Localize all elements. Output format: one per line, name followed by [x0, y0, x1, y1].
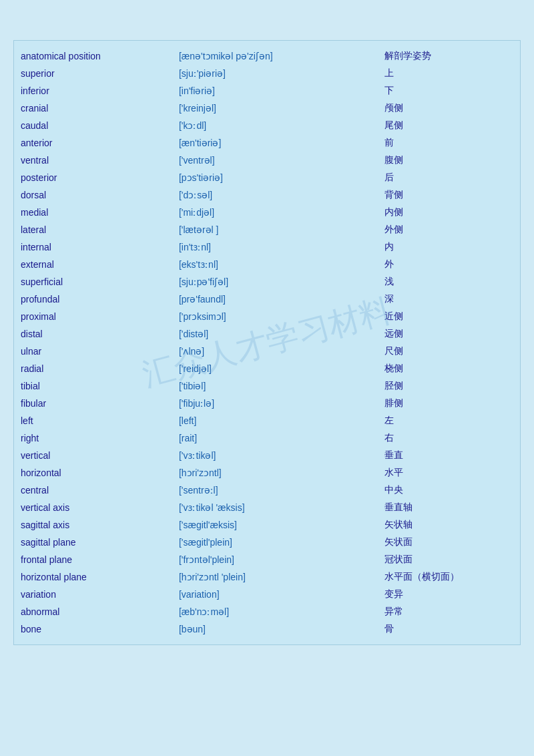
- phonetic-transcription: [in'fiəriə]: [172, 82, 378, 100]
- phonetic-transcription: [sjuː'piəriə]: [172, 65, 378, 82]
- english-word: ulnar: [14, 343, 172, 360]
- table-row: lateral['lætərəl ]外侧: [14, 221, 520, 238]
- chinese-translation: 浅: [378, 273, 520, 291]
- table-row: anatomical position[ænə'tɔmikəl pə'ziʃən…: [14, 47, 520, 65]
- chinese-translation: 背侧: [378, 186, 520, 204]
- phonetic-transcription: ['vɜːtikəl]: [172, 447, 378, 464]
- table-row: proximal['prɔksimɔl]近侧: [14, 308, 520, 325]
- table-row: superior[sjuː'piəriə]上: [14, 65, 520, 82]
- table-row: sagittal axis['sægitl'æksis]矢状轴: [14, 516, 520, 534]
- phonetic-transcription: [ænə'tɔmikəl pə'ziʃən]: [172, 47, 378, 65]
- table-row: radial['reidjəl]桡侧: [14, 360, 520, 377]
- table-row: tibial['tibiəl]胫侧: [14, 377, 520, 395]
- chinese-translation: 内: [378, 238, 520, 256]
- table-row: dorsal['dɔːsəl]背侧: [14, 186, 520, 204]
- phonetic-transcription: ['lætərəl ]: [172, 221, 378, 238]
- table-row: ulnar['ʌlnə]尺侧: [14, 343, 520, 360]
- table-row: inferior[in'fiəriə]下: [14, 82, 520, 100]
- english-word: anatomical position: [14, 47, 172, 65]
- table-row: cranial['kreinjəl]颅侧: [14, 100, 520, 117]
- chinese-translation: 上: [378, 65, 520, 82]
- chinese-translation: 尾侧: [378, 117, 520, 134]
- chinese-translation: 矢状轴: [378, 516, 520, 534]
- chinese-translation: 垂直: [378, 447, 520, 464]
- english-word: tibial: [14, 377, 172, 395]
- chinese-translation: 尺侧: [378, 343, 520, 360]
- english-word: inferior: [14, 82, 172, 100]
- phonetic-transcription: [hɔri'zɔntl 'plein]: [172, 568, 378, 586]
- english-word: lateral: [14, 221, 172, 238]
- english-word: horizontal plane: [14, 568, 172, 586]
- table-row: distal['distəl]远侧: [14, 325, 520, 343]
- english-word: proximal: [14, 308, 172, 325]
- phonetic-transcription: [æn'tiəriə]: [172, 134, 378, 152]
- table-row: external[eks'tɜːnl]外: [14, 256, 520, 273]
- table-row: left[left]左: [14, 412, 520, 429]
- chinese-translation: 腓侧: [378, 395, 520, 412]
- phonetic-transcription: ['dɔːsəl]: [172, 186, 378, 204]
- table-row: horizontal plane[hɔri'zɔntl 'plein]水平面（横…: [14, 568, 520, 586]
- phonetic-transcription: ['vɜːtikəl 'æksis]: [172, 499, 378, 516]
- english-word: caudal: [14, 117, 172, 134]
- phonetic-transcription: [sjuːpə'fiʃəl]: [172, 273, 378, 291]
- chinese-translation: 异常: [378, 603, 520, 620]
- chinese-translation: 外: [378, 256, 520, 273]
- english-word: vertical: [14, 447, 172, 464]
- phonetic-transcription: [bəun]: [172, 620, 378, 638]
- table-row: vertical axis['vɜːtikəl 'æksis]垂直轴: [14, 499, 520, 516]
- phonetic-transcription: ['frɔntəl'plein]: [172, 551, 378, 568]
- chinese-translation: 外侧: [378, 221, 520, 238]
- chinese-translation: 变异: [378, 586, 520, 603]
- chinese-translation: 胫侧: [378, 377, 520, 395]
- table-row: superficial[sjuːpə'fiʃəl]浅: [14, 273, 520, 291]
- english-word: sagittal plane: [14, 534, 172, 551]
- table-row: ventral['ventrəl]腹侧: [14, 152, 520, 169]
- chinese-translation: 中央: [378, 482, 520, 499]
- english-word: distal: [14, 325, 172, 343]
- english-word: abnormal: [14, 603, 172, 620]
- table-row: frontal plane['frɔntəl'plein]冠状面: [14, 551, 520, 568]
- phonetic-transcription: ['prɔksimɔl]: [172, 308, 378, 325]
- english-word: left: [14, 412, 172, 429]
- phonetic-transcription: ['sægitl'æksis]: [172, 516, 378, 534]
- phonetic-transcription: ['kɔːdl]: [172, 117, 378, 134]
- phonetic-transcription: ['sægitl'plein]: [172, 534, 378, 551]
- table-row: anterior[æn'tiəriə]前: [14, 134, 520, 152]
- chinese-translation: 远侧: [378, 325, 520, 343]
- table-wrapper: 汇众人才学习材料 anatomical position[ænə'tɔmikəl…: [14, 47, 520, 638]
- phonetic-transcription: [eks'tɜːnl]: [172, 256, 378, 273]
- english-word: bone: [14, 620, 172, 638]
- table-row: abnormal[æb'nɔːməl]异常: [14, 603, 520, 620]
- chinese-translation: 右: [378, 429, 520, 447]
- english-word: internal: [14, 238, 172, 256]
- table-row: bone[bəun]骨: [14, 620, 520, 638]
- table-row: caudal['kɔːdl]尾侧: [14, 117, 520, 134]
- english-word: sagittal axis: [14, 516, 172, 534]
- phonetic-transcription: ['reidjəl]: [172, 360, 378, 377]
- table-row: vertical['vɜːtikəl]垂直: [14, 447, 520, 464]
- english-word: superior: [14, 65, 172, 82]
- phonetic-transcription: [prə'faundl]: [172, 291, 378, 308]
- phonetic-transcription: ['miːdjəl]: [172, 204, 378, 221]
- table-row: right[rait]右: [14, 429, 520, 447]
- phonetic-transcription: ['distəl]: [172, 325, 378, 343]
- phonetic-transcription: [left]: [172, 412, 378, 429]
- chinese-translation: 垂直轴: [378, 499, 520, 516]
- phonetic-transcription: [æb'nɔːməl]: [172, 603, 378, 620]
- chinese-translation: 矢状面: [378, 534, 520, 551]
- english-word: anterior: [14, 134, 172, 152]
- english-word: superficial: [14, 273, 172, 291]
- chinese-translation: 桡侧: [378, 360, 520, 377]
- english-word: variation: [14, 586, 172, 603]
- chinese-translation: 骨: [378, 620, 520, 638]
- chinese-translation: 腹侧: [378, 152, 520, 169]
- table-row: fibular['fibjuːlə]腓侧: [14, 395, 520, 412]
- phonetic-transcription: ['fibjuːlə]: [172, 395, 378, 412]
- chinese-translation: 左: [378, 412, 520, 429]
- english-word: vertical axis: [14, 499, 172, 516]
- table-row: sagittal plane['sægitl'plein]矢状面: [14, 534, 520, 551]
- table-row: internal[in'tɜːnl]内: [14, 238, 520, 256]
- main-container: 汇众人才学习材料 anatomical position[ænə'tɔmikəl…: [13, 40, 521, 645]
- table-row: variation[variation]变异: [14, 586, 520, 603]
- english-word: cranial: [14, 100, 172, 117]
